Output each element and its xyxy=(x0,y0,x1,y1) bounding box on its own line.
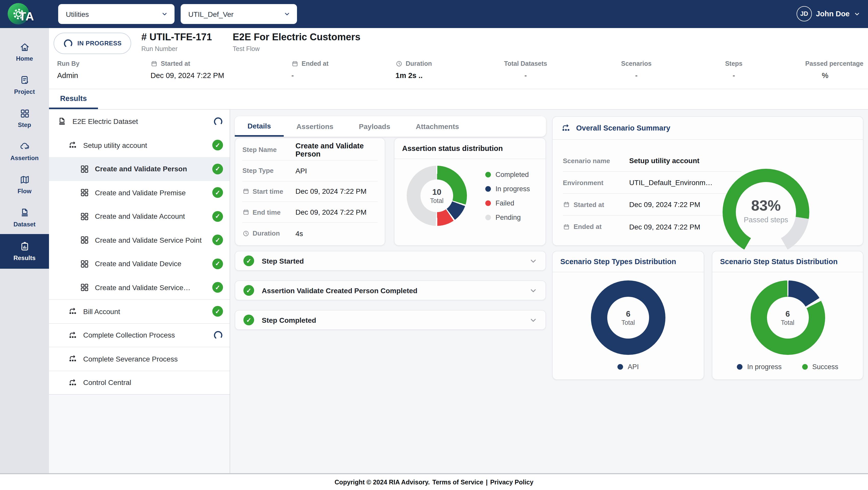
tree-item-scenario[interactable]: Bill Account xyxy=(49,299,229,323)
sidebar-item-results[interactable]: Results xyxy=(0,234,49,269)
grid-icon xyxy=(80,259,89,269)
copyright-text: Copyright © 2024 RIA Advisory. xyxy=(335,479,430,486)
app-logo[interactable]: TA xyxy=(7,2,42,26)
overall-scenario-summary-card: Overall Scenario Summary Scenario name S… xyxy=(552,116,863,246)
results-tree: E2E Electric Dataset Setup utility accou… xyxy=(49,110,229,395)
logo-text: TA xyxy=(19,10,34,24)
event-accordion-step-completed[interactable]: Step Completed xyxy=(235,310,546,330)
step-status-distribution-card: Scenario Step Status Distribution 6 Tota… xyxy=(712,251,863,380)
footer: Copyright © 2024 RIA Advisory. Terms of … xyxy=(0,473,868,490)
field-ended-at: Ended at - xyxy=(291,60,329,79)
tab-payloads[interactable]: Payloads xyxy=(346,116,403,137)
version-select[interactable]: UTIL_Def_Ver xyxy=(181,4,297,24)
sidebar-item-project[interactable]: Project xyxy=(0,68,49,101)
tree-item-step[interactable]: Create and Validate Person xyxy=(49,157,229,181)
legend-item-in-progress: In progress xyxy=(485,185,530,193)
tree-item-scenario[interactable]: Control Central xyxy=(49,370,229,394)
status-badge: IN PROGRESS xyxy=(54,33,131,54)
chevron-down-icon xyxy=(284,11,290,17)
tree-item-step[interactable]: Create and Validate Account xyxy=(49,204,229,228)
tab-attachments[interactable]: Attachments xyxy=(403,116,472,137)
field-steps: Steps - xyxy=(703,60,765,79)
tab-details[interactable]: Details xyxy=(235,116,284,137)
success-icon xyxy=(212,187,223,198)
tree-item-scenario[interactable]: Complete Severance Process xyxy=(49,347,229,370)
map-icon xyxy=(19,174,30,185)
event-accordion-step-started[interactable]: Step Started xyxy=(235,251,546,271)
scenario-icon xyxy=(68,378,78,388)
calendar-icon xyxy=(242,209,250,216)
tree-item-scenario[interactable]: Setup utility account xyxy=(49,133,229,157)
success-icon xyxy=(212,259,223,269)
sidebar-item-step[interactable]: Step xyxy=(0,101,49,135)
tree-item-step[interactable]: Create and Validate Service Point xyxy=(49,228,229,252)
tree-item-step[interactable]: Create and Validate Premise xyxy=(49,181,229,204)
detail-row-duration: Duration 4s xyxy=(242,223,378,244)
types-total: 6 xyxy=(626,309,630,319)
legend-dot-green xyxy=(485,171,491,177)
chevron-down-icon xyxy=(161,11,168,17)
sidebar-item-dataset[interactable]: Dataset xyxy=(0,201,49,234)
tab-assertions[interactable]: Assertions xyxy=(284,116,346,137)
assertion-total: 10 xyxy=(432,187,441,197)
avatar: JD xyxy=(797,6,812,22)
grid-icon xyxy=(80,188,89,198)
legend-item-success: Success xyxy=(802,363,838,371)
product-select-value: Utilities xyxy=(66,10,89,18)
grid-icon xyxy=(80,235,89,245)
run-header: IN PROGRESS # UTIL-TFE-171 Run Number E2… xyxy=(49,28,868,89)
grid-icon xyxy=(80,283,89,292)
assertion-distribution-card: Assertion status distribution 10 Total C… xyxy=(394,138,546,246)
sidebar-item-home[interactable]: Home xyxy=(0,35,49,68)
sidebar-item-assertion[interactable]: Assertion xyxy=(0,135,49,168)
flow-label: Test Flow xyxy=(233,45,361,53)
success-icon xyxy=(212,235,223,246)
calendar-icon xyxy=(563,201,570,208)
terms-of-service-link[interactable]: Terms of Service xyxy=(432,479,483,486)
results-tree-panel: E2E Electric Dataset Setup utility accou… xyxy=(49,110,230,473)
field-duration: Duration 1m 2s .. xyxy=(396,60,432,79)
run-number: # UTIL-TFE-171 xyxy=(141,32,212,43)
grid-icon xyxy=(80,211,89,221)
clipboard-chart-icon xyxy=(19,241,30,252)
calendar-icon xyxy=(242,188,250,195)
step-types-donut-chart: 6 Total xyxy=(591,281,665,355)
footer-separator: | xyxy=(486,479,488,486)
run-number-block: # UTIL-TFE-171 Run Number xyxy=(141,32,212,53)
legend-item-pending: Pending xyxy=(485,214,530,221)
legend-item-api: API xyxy=(617,363,639,371)
results-tabbar: Results xyxy=(49,89,868,110)
tree-item-dataset[interactable]: E2E Electric Dataset xyxy=(49,110,229,133)
tree-item-scenario[interactable]: Complete Collection Process xyxy=(49,323,229,347)
summary-rows: Scenario name Setup utility account Envi… xyxy=(563,150,741,238)
tab-results[interactable]: Results xyxy=(49,89,98,109)
run-number-label: Run Number xyxy=(141,45,212,53)
project-icon xyxy=(19,75,30,86)
passed-steps-gauge: 83% Passed steps xyxy=(722,169,809,256)
types-chart-title: Scenario Step Types Distribution xyxy=(553,251,704,272)
assertion-legend: Completed In progress Failed Pending xyxy=(485,170,530,221)
success-icon xyxy=(243,256,254,266)
tree-item-step[interactable]: Create and Validate Service… xyxy=(49,275,229,299)
in-progress-spinner-icon xyxy=(213,330,223,340)
in-progress-spinner-icon xyxy=(63,38,73,48)
tree-item-step[interactable]: Create and Validate Device xyxy=(49,252,229,275)
step-details-card: Step Name Create and Validate Person Ste… xyxy=(235,138,385,246)
event-accordion-assertion-completed[interactable]: Assertion Validate Created Person Comple… xyxy=(235,281,546,300)
home-icon xyxy=(19,41,30,52)
scenario-icon xyxy=(68,140,78,150)
user-menu[interactable]: JD John Doe xyxy=(797,6,860,22)
privacy-policy-link[interactable]: Privacy Policy xyxy=(490,479,533,486)
detail-row-step-name: Step Name Create and Validate Person xyxy=(242,140,378,161)
success-icon xyxy=(212,211,223,222)
success-icon xyxy=(243,285,254,296)
sidebar-item-flow[interactable]: Flow xyxy=(0,168,49,201)
step-types-distribution-card: Scenario Step Types Distribution 6 Total… xyxy=(552,251,704,380)
product-select[interactable]: Utilities xyxy=(58,4,175,24)
chevron-down-icon xyxy=(529,316,537,324)
detail-tabs: Details Assertions Payloads Attachments xyxy=(235,116,546,137)
scenario-icon xyxy=(561,123,571,133)
legend-item-failed: Failed xyxy=(485,199,530,207)
calendar-icon xyxy=(563,223,570,230)
app-screen: TA Utilities UTIL_Def_Ver JD John Doe Ho… xyxy=(0,0,868,490)
